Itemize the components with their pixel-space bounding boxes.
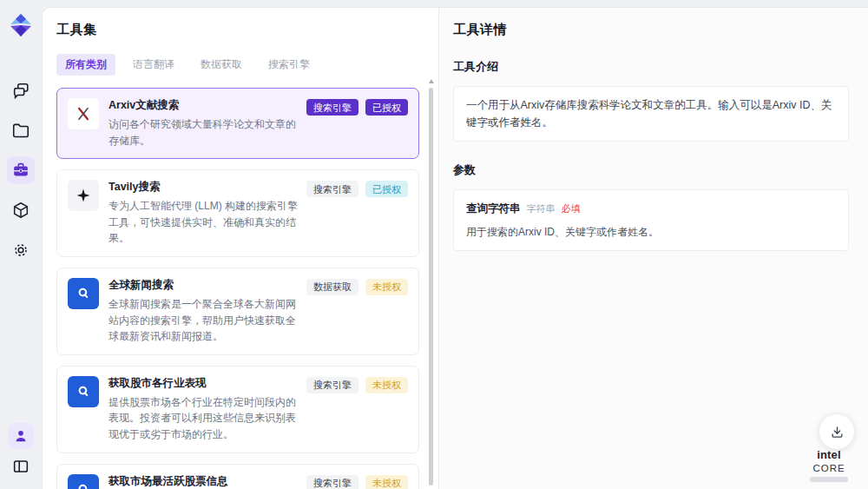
toolbox-icon [11,161,30,180]
tool-list: Arxiv文献搜索 访问各个研究领域大量科学论文和文章的存储库。 搜索引擎 已授… [56,88,419,489]
rail-bottom [7,423,35,480]
tool-title: Arxiv文献搜索 [108,98,298,113]
param-type: 字符串 [527,202,556,217]
tool-title: Tavily搜索 [108,180,298,195]
tool-card-tavily[interactable]: Tavily搜索 专为人工智能代理 (LLM) 构建的搜索引擎工具，可快速提供实… [56,169,419,257]
auth-badge: 已授权 [365,99,408,116]
param-desc: 用于搜索的Arxiv ID、关键字或作者姓名。 [466,224,836,241]
tool-card-active-stocks[interactable]: 获取市场最活跃股票信息 提供当天交易量最高的股票列表，投资者可以利用这些信息来识… [56,464,419,489]
arxiv-icon [68,98,99,129]
sidebar-item-chat[interactable] [7,76,35,104]
page-title: 工具集 [56,22,419,38]
download-button[interactable] [819,414,854,449]
main-shell: 工具集 所有类别 语言翻译 数据获取 搜索引擎 Arxiv文献搜索 访问各个研究… [42,7,868,489]
cube-icon [11,201,30,220]
tool-list-panel: 工具集 所有类别 语言翻译 数据获取 搜索引擎 Arxiv文献搜索 访问各个研究… [43,8,439,489]
sparkle-icon [68,180,99,211]
tool-desc: 访问各个研究领域大量科学论文和文章的存储库。 [108,116,298,149]
tool-desc: 提供股票市场各个行业在特定时间段内的表现。投资者可以利用这些信息来识别表现优于或… [108,394,298,443]
auth-badge: 已授权 [365,181,408,197]
intro-heading: 工具介绍 [453,59,849,75]
chat-icon [11,81,30,100]
params-heading: 参数 [453,162,849,178]
tab-language-translation[interactable]: 语言翻译 [124,54,183,76]
category-badge: 数据获取 [306,279,358,295]
download-icon [830,425,845,439]
folder-icon [11,121,30,140]
brand-intel: intel [817,448,841,461]
left-rail [0,0,42,489]
param-name: 查询字符串 [466,200,521,217]
settings-icon [11,241,30,260]
sidebar-item-packages[interactable] [7,196,35,224]
auth-badge: 未授权 [365,475,408,489]
tab-search-engine[interactable]: 搜索引擎 [260,54,319,76]
sidebar-item-profile[interactable] [8,423,34,449]
tool-card-arxiv[interactable]: Arxiv文献搜索 访问各个研究领域大量科学论文和文章的存储库。 搜索引擎 已授… [56,88,419,159]
intro-box: 一个用于从Arxiv存储库搜索科学论文和文章的工具。输入可以是Arxiv ID、… [453,86,849,142]
brand-subtext-bar [810,477,848,482]
panel-icon [11,457,30,476]
auth-badge: 未授权 [365,377,408,393]
tab-data-fetch[interactable]: 数据获取 [192,54,251,76]
logo-icon [8,12,34,38]
user-icon [12,427,30,445]
param-required-badge: 必填 [562,202,581,217]
tool-title: 全球新闻搜索 [108,278,298,293]
tool-desc: 专为人工智能代理 (LLM) 构建的搜索引擎工具，可快速提供实时、准确和真实的结… [108,198,298,247]
sidebar-item-settings[interactable] [7,236,35,264]
category-badge: 搜索引擎 [306,475,358,489]
search-q-icon [68,474,99,489]
tool-card-sector-performance[interactable]: 获取股市各行业表现 提供股票市场各个行业在特定时间段内的表现。投资者可以利用这些… [56,366,419,453]
sidebar-item-tools[interactable] [7,156,35,184]
category-badge: 搜索引擎 [306,377,358,393]
scrollbar-thumb[interactable] [429,88,433,486]
scroll-up-icon[interactable] [429,79,434,83]
category-tabs: 所有类别 语言翻译 数据获取 搜索引擎 [56,54,419,76]
tool-title: 获取股市各行业表现 [108,376,298,391]
app-logo[interactable] [6,10,36,40]
tool-title: 获取市场最活跃股票信息 [108,474,298,489]
param-box: 查询字符串 字符串 必填 用于搜索的Arxiv ID、关键字或作者姓名。 [453,189,849,251]
intel-core-logo: intel CORE [802,448,856,482]
brand-core: CORE [812,463,845,473]
tool-card-global-news[interactable]: 全球新闻搜索 全球新闻搜索是一个聚合全球各大新闻网站内容的搜索引擎，帮助用户快速… [56,268,419,355]
detail-title: 工具详情 [453,22,849,38]
intro-text: 一个用于从Arxiv存储库搜索科学论文和文章的工具。输入可以是Arxiv ID、… [466,99,832,129]
category-badge: 搜索引擎 [306,99,358,116]
search-q-icon [68,376,99,407]
sidebar-item-files[interactable] [7,116,35,144]
tab-all-categories[interactable]: 所有类别 [56,54,115,76]
search-q-icon [68,278,99,309]
tool-desc: 全球新闻搜索是一个聚合全球各大新闻网站内容的搜索引擎，帮助用户快速获取全球最新资… [108,296,298,345]
category-badge: 搜索引擎 [306,181,358,197]
list-scrollbar[interactable] [429,81,434,486]
auth-badge: 未授权 [365,279,408,295]
sidebar-item-collapse[interactable] [7,453,35,480]
rail-nav [7,76,35,264]
tool-detail-panel: 工具详情 工具介绍 一个用于从Arxiv存储库搜索科学论文和文章的工具。输入可以… [439,8,868,489]
